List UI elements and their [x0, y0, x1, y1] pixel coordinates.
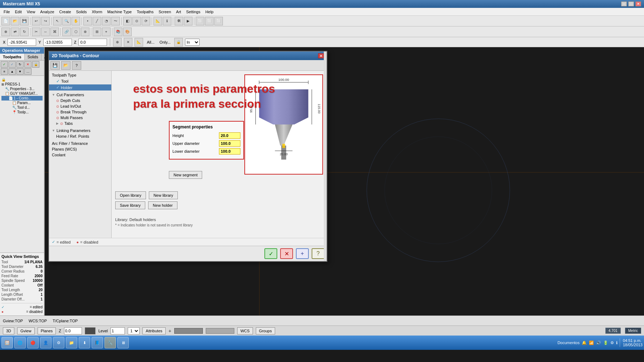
- menu-create[interactable]: Create: [57, 9, 73, 15]
- nav-coolant[interactable]: Coolant: [49, 152, 111, 158]
- coord-btn2[interactable]: ✕: [124, 38, 132, 47]
- taskbar-settings[interactable]: ⚙: [53, 337, 64, 348]
- dialog-tb-save[interactable]: 💾: [50, 61, 60, 70]
- nav-planes[interactable]: Planes (WCS): [49, 146, 111, 152]
- tray-icon5[interactable]: ⚙: [610, 341, 614, 345]
- menu-art[interactable]: Art: [174, 9, 183, 15]
- gview-button[interactable]: Gview: [17, 327, 35, 334]
- tree-item-conto[interactable]: 📄 1 - Conto...: [1, 96, 43, 101]
- toolbar-layers[interactable]: 📚: [114, 28, 122, 36]
- tray-icon1[interactable]: 🔔: [582, 341, 587, 345]
- new-segment-button[interactable]: New segment: [169, 171, 202, 179]
- taskbar-user[interactable]: 👤: [40, 337, 52, 348]
- menu-machine-type[interactable]: Machine Type: [105, 9, 134, 15]
- taskbar-app2[interactable]: 🖥: [117, 337, 129, 348]
- seg-height-input[interactable]: [219, 132, 240, 139]
- dialog-close-button[interactable]: ✕: [318, 53, 324, 58]
- tab-toolpaths[interactable]: Toolpaths: [0, 54, 25, 60]
- groups-button[interactable]: Groups: [256, 327, 275, 334]
- nav-tabs[interactable]: ▶ ⊙ Tabs: [49, 121, 111, 126]
- coord-btn1[interactable]: ⊕: [113, 38, 122, 47]
- menu-help[interactable]: Help: [203, 9, 216, 15]
- taskbar-opera[interactable]: 🔴: [27, 337, 39, 348]
- ops-btn-check[interactable]: ✓: [1, 61, 8, 68]
- coord-lock[interactable]: 🔒: [174, 38, 183, 47]
- toolbar-colors[interactable]: 🎨: [123, 28, 132, 36]
- taskbar-folder[interactable]: 📁: [66, 337, 77, 348]
- mode-3d-button[interactable]: 3D: [3, 327, 14, 334]
- ops-btn-lock[interactable]: 🔒: [32, 61, 39, 68]
- nav-depth-cuts[interactable]: ⊙ Depth Cuts: [49, 98, 111, 103]
- close-button[interactable]: ✕: [635, 1, 641, 6]
- x-input[interactable]: [8, 39, 36, 46]
- filter-only[interactable]: Only...: [158, 40, 172, 44]
- toolbar-simulate[interactable]: ▶: [184, 17, 192, 25]
- tree-item-toolp[interactable]: 📍 Toolp...: [1, 110, 43, 114]
- toolbar-open[interactable]: 📂: [11, 17, 19, 25]
- toolbar-properties[interactable]: ℹ: [163, 17, 171, 25]
- menu-toolpaths[interactable]: Toolpaths: [135, 9, 156, 15]
- menu-screen[interactable]: Screen: [156, 9, 173, 15]
- save-library-button[interactable]: Save library: [115, 201, 145, 209]
- toolbar-extend[interactable]: ↔: [41, 28, 50, 36]
- taskbar-start[interactable]: 🪟: [1, 337, 13, 348]
- dialog-cancel-button[interactable]: ✕: [280, 248, 293, 259]
- menu-file[interactable]: File: [1, 9, 12, 15]
- toolbar-drill[interactable]: ⊛: [81, 28, 89, 36]
- ops-btn-more2[interactable]: …: [24, 68, 31, 75]
- toolbar-save[interactable]: 💾: [20, 17, 29, 25]
- minimize-button[interactable]: −: [621, 1, 627, 6]
- dialog-add-button[interactable]: +: [296, 248, 309, 259]
- dialog-tb-help[interactable]: ?: [72, 61, 81, 70]
- nav-tool[interactable]: ✓ Tool: [49, 78, 111, 84]
- toolbar-rotate[interactable]: ↻: [20, 28, 29, 36]
- filter-all[interactable]: All...: [145, 40, 156, 44]
- menu-settings[interactable]: Settings: [184, 9, 203, 15]
- menu-analyze[interactable]: Analyze: [38, 9, 56, 15]
- toolbar-sweep[interactable]: ⟳: [142, 17, 150, 25]
- dialog-ok-button[interactable]: ✓: [264, 248, 277, 259]
- ops-btn-up[interactable]: ▲: [9, 68, 16, 75]
- color-swatch[interactable]: [85, 327, 96, 334]
- toolbar-transform[interactable]: ⊕: [1, 28, 10, 36]
- toolbar-view-iso[interactable]: ⬜: [214, 17, 223, 25]
- tab-solids[interactable]: Solids: [25, 54, 42, 60]
- toolbar-revolve[interactable]: ⊙: [132, 17, 141, 25]
- z-bar-input[interactable]: [64, 327, 82, 334]
- ops-btn-regen[interactable]: ↻: [16, 61, 24, 68]
- toolbar-snap[interactable]: ⌖: [102, 28, 111, 36]
- toolbar-trim[interactable]: ✂: [32, 28, 40, 36]
- tray-icon6[interactable]: ℹ: [616, 341, 618, 345]
- toolbar-line[interactable]: ╱: [93, 17, 101, 25]
- toolbar-extrude[interactable]: ◧: [123, 17, 132, 25]
- toolbar-pan[interactable]: ✋: [72, 17, 80, 25]
- menu-solids[interactable]: Solids: [74, 9, 89, 15]
- ops-btn-check2[interactable]: ✓: [9, 61, 16, 68]
- taskbar-ie[interactable]: 🌐: [14, 337, 26, 348]
- tree-item-param[interactable]: 📋 Param...: [1, 101, 43, 105]
- nav-lead-in-out[interactable]: ⊙ Lead In/Out: [49, 103, 111, 109]
- toolbar-mirror[interactable]: ⇄: [11, 28, 19, 36]
- toolbar-point[interactable]: •: [83, 17, 92, 25]
- toolbar-pocket[interactable]: ⬡: [72, 28, 80, 36]
- level-input[interactable]: [111, 327, 125, 334]
- taskbar-mastercam[interactable]: 🔧: [104, 337, 116, 348]
- taskbar-app1[interactable]: 📘: [92, 337, 103, 348]
- nav-holder[interactable]: ✓ Holder: [49, 84, 111, 90]
- toolbar-undo[interactable]: ↩: [32, 17, 40, 25]
- tree-item-tool-d[interactable]: 🔧 Tool d...: [1, 105, 43, 110]
- nav-linking-params[interactable]: ▼ Linking Parameters: [49, 128, 111, 133]
- nav-home-ref[interactable]: Home / Ref. Points: [49, 133, 111, 139]
- tray-icon3[interactable]: 🔊: [596, 341, 601, 345]
- toolbar-spline[interactable]: 〜: [111, 17, 120, 25]
- tray-icon2[interactable]: 📶: [589, 341, 594, 345]
- open-library-button[interactable]: Open library: [115, 191, 146, 199]
- maximize-button[interactable]: □: [628, 1, 634, 6]
- tray-icon4[interactable]: 🔋: [603, 341, 608, 345]
- nav-multi-passes[interactable]: ⊙ Multi Passes: [49, 115, 111, 121]
- level-select[interactable]: 1: [128, 327, 140, 334]
- z-input[interactable]: [78, 39, 107, 46]
- ops-btn-down[interactable]: ▼: [16, 68, 24, 75]
- nav-break-through[interactable]: ⊙ Break Through: [49, 109, 111, 115]
- toolbar-arc[interactable]: ◔: [102, 17, 111, 25]
